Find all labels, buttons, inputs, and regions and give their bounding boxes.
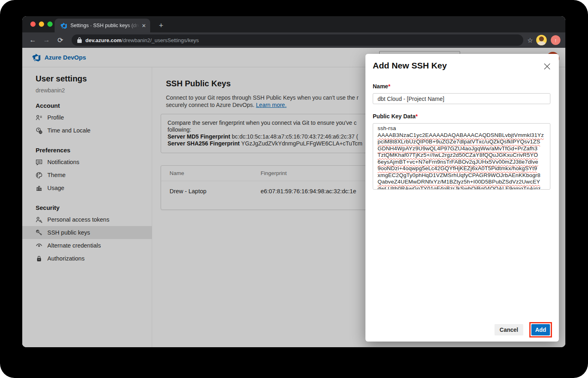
url-host: dev.azure.com — [85, 37, 121, 43]
forward-icon[interactable]: → — [41, 34, 52, 46]
key-line: 6eysAjmBT+vc+N7eFrn9nsTrFABOv2qJUHx5Vv00… — [378, 159, 546, 166]
modal-title: Add New SSH Key — [373, 61, 552, 70]
browser-profile-avatar[interactable] — [536, 35, 547, 45]
name-label-text: Name — [373, 83, 388, 90]
public-key-label-text: Public Key Data — [373, 113, 416, 120]
page-viewport: Azure DevOps User settings drewbanin2 Ac… — [22, 48, 565, 347]
browser-update-button[interactable]: ↑ — [551, 35, 560, 45]
azure-devops-favicon — [60, 22, 67, 29]
add-ssh-key-modal: Add New SSH Key Name* Public Key Data* s… — [365, 54, 559, 342]
minimize-window-button[interactable] — [39, 21, 44, 27]
url-bar[interactable]: dev.azure.com/drewbanin2/_usersSettings/… — [72, 34, 523, 46]
avatar-head — [539, 36, 544, 41]
modal-footer: Cancel Add — [495, 322, 552, 337]
url-path: /drewbanin2/_usersSettings/keys — [121, 37, 199, 43]
key-line: ssh-rsa — [378, 125, 546, 132]
key-line: 9ooNDzi+4oqwpg5eLc42GQYfHjKEZj6xA0T5Pidt… — [378, 165, 546, 172]
name-field-label: Name* — [373, 83, 552, 90]
required-marker: * — [416, 113, 418, 120]
public-key-field-label: Public Key Data* — [373, 113, 552, 120]
cancel-button[interactable]: Cancel — [495, 324, 523, 335]
annotation-highlight-box: Add — [529, 322, 552, 337]
key-line: dwLUlth0RAwGnTY01gF4nBzrJkSwbOiBg04OQALE… — [378, 186, 546, 190]
avatar-body — [537, 41, 546, 45]
screenshot-canvas: Settings · SSH public keys (dre ✕ + ← → … — [0, 0, 588, 378]
ssh-key-name-input[interactable] — [373, 93, 550, 104]
tab-close-icon[interactable]: ✕ — [142, 23, 146, 29]
key-line: AAAAB3NzaC1yc2EAAAADAQABAAACAQDSNBLvbjtV… — [378, 132, 546, 139]
lock-icon — [77, 37, 82, 43]
window-controls — [30, 21, 53, 27]
public-key-data-textarea[interactable]: ssh-rsa AAAAB3NzaC1yc2EAAAADAQABAAACAQDS… — [373, 123, 550, 190]
key-line: TztQMKhaf07TjKz5+//IwL2rgz2d50CZaY8fQQuJ… — [378, 152, 546, 159]
key-line: xmgEC2QgTy0phHqD1VZMSrhUqfyCPAGR9WOJrbAE… — [378, 172, 546, 179]
tab-title: Settings · SSH public keys (dre — [70, 23, 139, 28]
reload-icon[interactable]: ⟳ — [55, 34, 66, 46]
browser-window: Settings · SSH public keys (dre ✕ + ← → … — [22, 16, 565, 347]
close-window-button[interactable] — [30, 21, 36, 27]
key-line: GDNH4WpAYz9U9wQL4P97GZU4aoJgqWw/aMvTfGd+… — [378, 145, 546, 152]
key-line: QabveZ4UEMwDRNfxYz/M1BZtyz5h+I00D5BPubZS… — [378, 179, 546, 186]
update-arrow-icon: ↑ — [554, 37, 557, 43]
zoom-window-button[interactable] — [47, 21, 53, 27]
close-icon[interactable] — [543, 63, 551, 70]
back-icon[interactable]: ← — [27, 34, 38, 46]
browser-toolbar: ← → ⟳ dev.azure.com/drewbanin2/_usersSet… — [22, 32, 565, 48]
key-line: pciM8t8XLrbUzQIP0B+9uZGZe7dlpatVTxc/uQZk… — [378, 139, 546, 145]
required-marker: * — [388, 83, 390, 90]
browser-tab[interactable]: Settings · SSH public keys (dre ✕ — [55, 19, 150, 32]
add-button[interactable]: Add — [531, 324, 550, 335]
browser-tabstrip: Settings · SSH public keys (dre ✕ + — [22, 16, 565, 32]
new-tab-button[interactable]: + — [156, 20, 166, 31]
bookmark-star-icon[interactable]: ☆ — [527, 36, 533, 44]
